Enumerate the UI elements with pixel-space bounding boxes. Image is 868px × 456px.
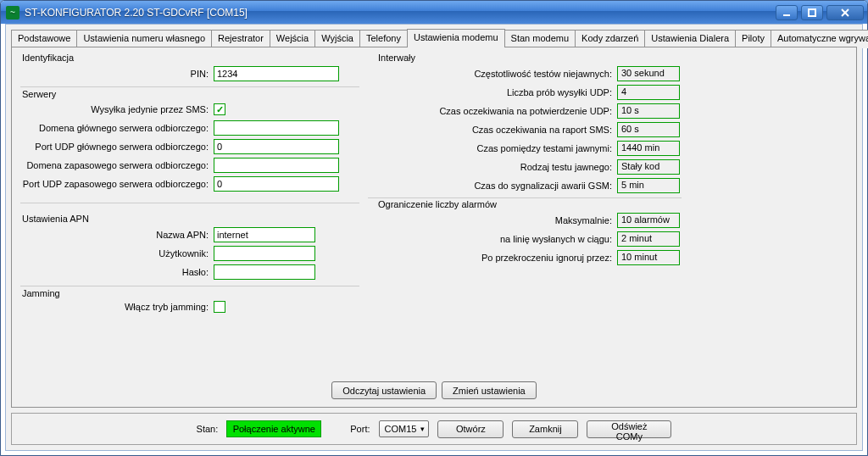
status-bar: Stan: Połączenie aktywne Port: COM15 Otw… <box>11 413 857 445</box>
max-label: Maksymalnie: <box>371 215 617 225</box>
app-window: ~ ST-KONFIGURATOR 2.20 ST-GDCvRF [COM15]… <box>0 0 868 456</box>
tab-label: Ustawienia Dialera <box>651 33 729 43</box>
tab-podstawowe[interactable]: Podstawowe <box>11 30 77 48</box>
tab-label: Podstawowe <box>18 33 70 43</box>
tab-panel: Identyfikacja PIN: Serwery Wysyłka jedyn… <box>11 47 857 408</box>
freq-label: Częstotliwość testów niejawnych: <box>371 69 617 79</box>
tab-kody[interactable]: Kody zdarzeń <box>575 30 645 48</box>
maximize-button[interactable] <box>801 5 823 20</box>
section-jamming: Jamming <box>22 288 60 298</box>
tab-label: Stan modemu <box>511 33 569 43</box>
sms-wait-value[interactable]: 60 s <box>617 122 680 137</box>
tab-label: Piloty <box>742 33 765 43</box>
tab-label: Ustawienia numeru własnego <box>83 33 205 43</box>
tab-label: Wejścia <box>276 33 309 43</box>
open-type-value[interactable]: Stały kod <box>617 159 680 175</box>
tab-auto[interactable]: Automatyczne wgrywanie ustawień <box>771 30 868 48</box>
main-udp-label: Port UDP głównego serwera odbiorczego: <box>17 142 214 152</box>
tab-wejscia[interactable]: Wejścia <box>270 30 315 48</box>
sms-only-label: Wysyłka jedynie przez SMS: <box>17 104 214 114</box>
backup-udp-label: Port UDP zapasowego serwera odbiorczego: <box>17 179 214 189</box>
main-udp-input[interactable] <box>214 139 339 154</box>
stan-label: Stan: <box>197 424 219 434</box>
tab-label: Kody zdarzeń <box>581 33 638 43</box>
backup-domain-input[interactable] <box>214 158 339 173</box>
apn-pass-input[interactable] <box>214 264 315 280</box>
udp-wait-value[interactable]: 10 s <box>617 103 680 119</box>
tab-telefony[interactable]: Telefony <box>359 30 408 48</box>
section-servers: Serwery <box>22 89 56 99</box>
tab-label: Wyjścia <box>321 33 353 43</box>
tab-bar: Podstawowe Ustawienia numeru własnego Re… <box>11 29 857 47</box>
sms-wait-label: Czas oczekiwania na raport SMS: <box>371 125 617 135</box>
freq-value[interactable]: 30 sekund <box>617 66 680 81</box>
apn-user-input[interactable] <box>214 246 315 261</box>
main-domain-input[interactable] <box>214 120 339 136</box>
udp-tries-label: Liczba prób wysyłki UDP: <box>371 87 617 97</box>
close-button[interactable] <box>826 5 864 20</box>
jamming-checkbox[interactable] <box>214 301 225 313</box>
tab-label: Telefony <box>366 33 401 43</box>
backup-udp-input[interactable] <box>214 176 339 192</box>
open-tests-label: Czas pomiędzy testami jawnymi: <box>371 143 617 153</box>
max-value[interactable]: 10 alarmów <box>617 213 680 228</box>
tab-numeru[interactable]: Ustawienia numeru własnego <box>76 30 212 48</box>
inner-frame: Podstawowe Ustawienia numeru własnego Re… <box>5 24 863 451</box>
open-tests-value[interactable]: 1440 min <box>617 141 680 156</box>
pin-input[interactable] <box>214 66 339 81</box>
main-domain-label: Domena głównego serwera odbiorczego: <box>17 123 214 133</box>
refresh-com-button[interactable]: Odśwież COMy <box>587 420 671 438</box>
section-alarms: Ograniczenie liczby alarmów <box>378 199 497 209</box>
section-apn: Ustawienia APN <box>22 214 89 224</box>
tab-piloty[interactable]: Piloty <box>735 30 771 48</box>
section-ident: Identyfikacja <box>22 53 74 63</box>
open-type-label: Rodzaj testu jawnego: <box>371 162 617 172</box>
apn-name-input[interactable] <box>214 227 315 242</box>
svg-rect-1 <box>809 9 815 16</box>
per-line-label: na linię wysłanych w ciągu: <box>371 234 617 244</box>
pin-label: PIN: <box>17 69 214 79</box>
apn-pass-label: Hasło: <box>17 267 214 277</box>
ignore-value[interactable]: 10 minut <box>617 250 680 265</box>
app-icon: ~ <box>6 6 19 19</box>
minimize-button[interactable] <box>776 5 798 20</box>
udp-tries-value[interactable]: 4 <box>617 85 680 100</box>
port-label: Port: <box>350 424 370 434</box>
tab-label: Automatyczne wgrywanie ustawień <box>777 33 868 43</box>
apn-user-label: Użytkownik: <box>17 248 214 259</box>
close-port-button[interactable]: Zamknij <box>512 420 578 438</box>
read-settings-button[interactable]: Odczytaj ustawienia <box>331 381 437 399</box>
connection-status: Połączenie aktywne <box>226 420 321 437</box>
tab-label: Rejestrator <box>218 33 264 43</box>
gsm-fail-value[interactable]: 5 min <box>617 178 680 193</box>
tab-dialera[interactable]: Ustawienia Dialera <box>644 30 736 48</box>
port-select[interactable]: COM15 <box>379 420 430 437</box>
tab-wyjscia[interactable]: Wyjścia <box>314 30 360 48</box>
tab-stan[interactable]: Stan modemu <box>504 30 576 48</box>
tab-rejestrator[interactable]: Rejestrator <box>211 30 270 48</box>
udp-wait-label: Czas oczekiwania na potwierdzenie UDP: <box>371 106 617 116</box>
tab-modemu[interactable]: Ustawienia modemu <box>407 29 505 47</box>
write-settings-button[interactable]: Zmień ustawienia <box>442 381 537 399</box>
section-intervals: Interwały <box>378 53 415 63</box>
tab-label: Ustawienia modemu <box>414 32 498 42</box>
gsm-fail-label: Czas do sygnalizacji awarii GSM: <box>371 181 617 191</box>
open-button[interactable]: Otwórz <box>437 420 504 438</box>
apn-name-label: Nazwa APN: <box>17 230 214 240</box>
titlebar[interactable]: ~ ST-KONFIGURATOR 2.20 ST-GDCvRF [COM15] <box>1 1 867 24</box>
backup-domain-label: Domena zapasowego serwera odbiorczego: <box>17 160 214 170</box>
jamming-label: Włącz tryb jamming: <box>17 302 214 312</box>
window-title: ST-KONFIGURATOR 2.20 ST-GDCvRF [COM15] <box>25 7 776 19</box>
per-line-value[interactable]: 2 minut <box>617 231 680 247</box>
ignore-label: Po przekroczeniu ignoruj przez: <box>371 253 617 263</box>
sms-only-checkbox[interactable]: ✓ <box>214 103 225 115</box>
